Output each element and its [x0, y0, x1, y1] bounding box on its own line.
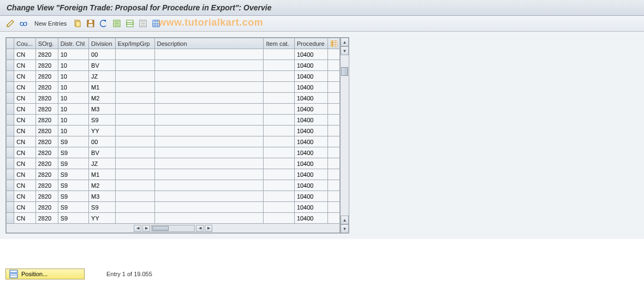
cell-sales-org[interactable]: 2820	[35, 213, 58, 224]
deselect-all-icon[interactable]	[137, 18, 149, 29]
copy-as-icon[interactable]	[71, 18, 84, 29]
cell-exp-imp[interactable]	[115, 71, 154, 82]
scroll-right-end-button[interactable]: ▶	[205, 225, 212, 232]
cell-description[interactable]	[154, 147, 264, 158]
cell-item-cat[interactable]	[264, 158, 294, 169]
cell-procedure[interactable]: 10400	[294, 180, 328, 191]
cell-distr-chl[interactable]: S9	[58, 202, 88, 213]
table-settings-icon[interactable]	[150, 18, 162, 29]
cell-sales-org[interactable]: 2820	[35, 71, 58, 82]
cell-item-cat[interactable]	[264, 93, 294, 104]
cell-division[interactable]: BV	[89, 60, 116, 71]
row-selector[interactable]	[7, 158, 14, 169]
cell-division[interactable]: JZ	[89, 71, 116, 82]
row-selector[interactable]	[7, 49, 14, 60]
cell-country[interactable]: CN	[14, 126, 35, 136]
cell-sales-org[interactable]: 2820	[35, 49, 58, 60]
cell-item-cat[interactable]	[264, 202, 294, 213]
cell-procedure[interactable]: 10400	[294, 136, 328, 147]
cell-sales-org[interactable]: 2820	[35, 169, 58, 180]
cell-division[interactable]: M2	[89, 93, 116, 104]
cell-procedure[interactable]: 10400	[294, 126, 328, 136]
cell-item-cat[interactable]	[264, 115, 294, 126]
cell-item-cat[interactable]	[264, 213, 294, 224]
cell-exp-imp[interactable]	[115, 158, 154, 169]
scroll-left-button[interactable]: ◀	[134, 225, 141, 232]
cell-exp-imp[interactable]	[115, 191, 154, 202]
vscroll-track[interactable]	[341, 55, 349, 216]
cell-item-cat[interactable]	[264, 180, 294, 191]
row-selector[interactable]	[7, 93, 14, 104]
scroll-down-step-button[interactable]: ▼	[341, 46, 349, 55]
cell-description[interactable]	[154, 60, 264, 71]
row-selector[interactable]	[7, 136, 14, 147]
cell-distr-chl[interactable]: S9	[58, 169, 88, 180]
cell-description[interactable]	[154, 136, 264, 147]
cell-distr-chl[interactable]: S9	[58, 213, 88, 224]
cell-description[interactable]	[154, 213, 264, 224]
hscroll-track[interactable]	[151, 225, 195, 232]
cell-country[interactable]: CN	[14, 213, 35, 224]
cell-sales-org[interactable]: 2820	[35, 115, 58, 126]
cell-procedure[interactable]: 10400	[294, 104, 328, 115]
cell-distr-chl[interactable]: S9	[58, 191, 88, 202]
row-selector[interactable]	[7, 213, 14, 224]
row-selector[interactable]	[7, 104, 14, 115]
cell-sales-org[interactable]: 2820	[35, 147, 58, 158]
cell-distr-chl[interactable]: S9	[58, 136, 88, 147]
table-config-icon[interactable]	[328, 38, 340, 49]
new-entries-button[interactable]: New Entries	[31, 18, 70, 29]
cell-procedure[interactable]: 10400	[294, 82, 328, 93]
row-selector[interactable]	[7, 60, 14, 71]
cell-distr-chl[interactable]: S9	[58, 147, 88, 158]
cell-exp-imp[interactable]	[115, 104, 154, 115]
cell-country[interactable]: CN	[14, 180, 35, 191]
cell-exp-imp[interactable]	[115, 147, 154, 158]
cell-procedure[interactable]: 10400	[294, 115, 328, 126]
select-block-icon[interactable]	[124, 18, 136, 29]
cell-description[interactable]	[154, 158, 264, 169]
column-distr-chl[interactable]: Distr. Chl	[58, 38, 88, 49]
row-selector[interactable]	[7, 71, 14, 82]
row-selector[interactable]	[7, 115, 14, 126]
scroll-up-button[interactable]: ▲	[341, 38, 349, 46]
cell-exp-imp[interactable]	[115, 82, 154, 93]
cell-division[interactable]: 00	[89, 136, 116, 147]
cell-country[interactable]: CN	[14, 202, 35, 213]
cell-distr-chl[interactable]: S9	[58, 158, 88, 169]
select-all-icon[interactable]	[111, 18, 123, 29]
cell-division[interactable]: JZ	[89, 158, 116, 169]
cell-procedure[interactable]: 10400	[294, 147, 328, 158]
cell-exp-imp[interactable]	[115, 60, 154, 71]
cell-division[interactable]: M1	[89, 169, 116, 180]
cell-description[interactable]	[154, 115, 264, 126]
cell-procedure[interactable]: 10400	[294, 49, 328, 60]
cell-country[interactable]: CN	[14, 71, 35, 82]
column-sales-org[interactable]: SOrg.	[35, 38, 58, 49]
cell-division[interactable]: M1	[89, 82, 116, 93]
cell-exp-imp[interactable]	[115, 180, 154, 191]
cell-description[interactable]	[154, 202, 264, 213]
cell-distr-chl[interactable]: S9	[58, 180, 88, 191]
cell-procedure[interactable]: 10400	[294, 202, 328, 213]
cell-description[interactable]	[154, 191, 264, 202]
cell-item-cat[interactable]	[264, 147, 294, 158]
cell-country[interactable]: CN	[14, 158, 35, 169]
cell-exp-imp[interactable]	[115, 202, 154, 213]
cell-division[interactable]: YY	[89, 213, 116, 224]
cell-item-cat[interactable]	[264, 71, 294, 82]
cell-procedure[interactable]: 10400	[294, 191, 328, 202]
column-exp-imp-grp[interactable]: Exp/ImpGrp	[115, 38, 154, 49]
cell-procedure[interactable]: 10400	[294, 93, 328, 104]
cell-distr-chl[interactable]: 10	[58, 104, 88, 115]
row-selector[interactable]	[7, 169, 14, 180]
cell-item-cat[interactable]	[264, 136, 294, 147]
scroll-down-button[interactable]: ▼	[341, 224, 349, 233]
cell-division[interactable]: 00	[89, 49, 116, 60]
cell-division[interactable]: S9	[89, 115, 116, 126]
cell-country[interactable]: CN	[14, 115, 35, 126]
cell-procedure[interactable]: 10400	[294, 158, 328, 169]
cell-country[interactable]: CN	[14, 169, 35, 180]
scroll-right-button[interactable]: ▶	[142, 225, 150, 232]
cell-sales-org[interactable]: 2820	[35, 82, 58, 93]
